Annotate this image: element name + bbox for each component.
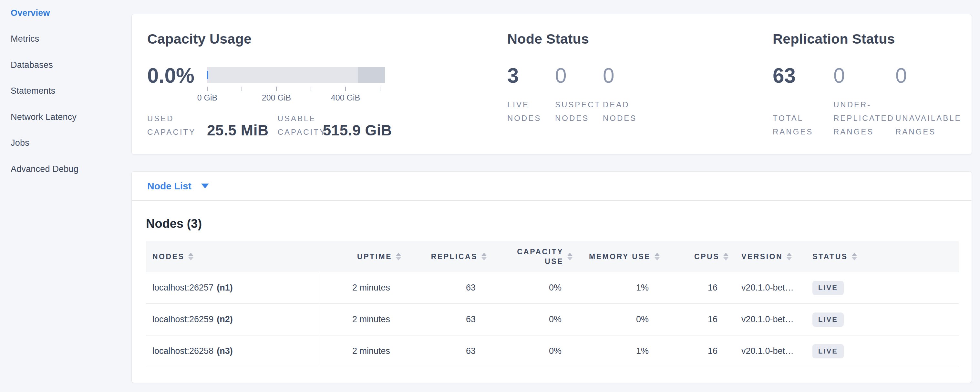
sidebar-nav: Overview Metrics Databases Statements Ne…	[0, 0, 131, 182]
capacity-bar-reserved-segment	[358, 67, 385, 83]
sidebar-item-network-latency[interactable]: Network Latency	[0, 104, 131, 130]
capacity-bar-track	[207, 67, 385, 83]
under-replicated-ranges-label: UNDER-REPLICATED RANGES	[834, 98, 896, 139]
sort-icon[interactable]	[787, 253, 792, 260]
cpus-cell: 16	[660, 335, 729, 367]
sort-icon[interactable]	[396, 253, 401, 260]
node-list-card: Node List Nodes (3) NODES UPTIME REPLICA…	[131, 171, 972, 383]
column-header-replicas-label: REPLICAS	[431, 252, 477, 261]
main-content: Capacity Usage 0.0%	[131, 0, 972, 392]
under-replicated-ranges-count: 0	[834, 64, 845, 87]
sort-icon[interactable]	[852, 253, 857, 260]
sidebar-item-databases[interactable]: Databases	[0, 52, 131, 78]
node-list-dropdown[interactable]: Node List	[147, 181, 209, 192]
column-header-nodes[interactable]: NODES	[146, 252, 319, 261]
node-status-numbers: 3 0 0	[507, 65, 733, 87]
status-cell: LIVE	[811, 335, 959, 367]
live-nodes-label: LIVE NODES	[507, 98, 555, 125]
memory-use-cell: 1%	[573, 335, 660, 367]
table-row-n3[interactable]: localhost:26258 (n3) 2 minutes 63 0% 1% …	[146, 335, 959, 367]
replicas-cell: 63	[401, 272, 487, 303]
sidebar-item-overview[interactable]: Overview	[0, 0, 131, 26]
live-nodes-count: 3	[507, 64, 519, 87]
column-header-cpus-label: CPUS	[694, 252, 719, 261]
node-status-labels: LIVE NODES SUSPECT NODES DEAD NODES	[507, 98, 733, 125]
column-header-uptime[interactable]: UPTIME	[319, 252, 401, 261]
dead-nodes-label: DEAD NODES	[603, 98, 651, 125]
node-address-cell: localhost:26259 (n2)	[146, 304, 319, 335]
node-address-cell: localhost:26258 (n3)	[146, 335, 319, 367]
used-capacity-label: USED CAPACITY	[147, 112, 207, 139]
memory-use-cell: 1%	[573, 272, 660, 303]
column-header-version-label: VERSION	[741, 252, 783, 261]
node-status-title: Node Status	[507, 31, 733, 47]
nodes-table: NODES UPTIME REPLICAS CAPACITY USE MEMOR…	[146, 241, 959, 367]
status-badge: LIVE	[812, 344, 844, 359]
used-capacity-value: 25.5 MiB	[207, 121, 269, 139]
status-cell: LIVE	[811, 304, 959, 335]
table-row-n1[interactable]: localhost:26257 (n1) 2 minutes 63 0% 1% …	[146, 272, 959, 304]
capacity-bar-used-marker	[207, 71, 208, 79]
cluster-summary-card: Capacity Usage 0.0%	[131, 14, 972, 155]
column-header-status[interactable]: STATUS	[811, 252, 959, 261]
node-address: localhost:26257	[153, 283, 213, 293]
capacity-usage-panel: Capacity Usage 0.0%	[147, 31, 506, 139]
column-header-replicas[interactable]: REPLICAS	[401, 252, 487, 261]
capacity-bar-chart: 0 GiB 200 GiB 400 GiB	[207, 67, 401, 103]
replicas-cell: 63	[401, 335, 487, 367]
column-header-version[interactable]: VERSION	[729, 252, 811, 261]
node-address: localhost:26259	[153, 314, 213, 325]
sort-icon[interactable]	[567, 253, 573, 260]
capacity-stats-row: USED CAPACITY 25.5 MiB USABLE CAPACITY 5…	[147, 112, 506, 139]
sidebar-item-jobs[interactable]: Jobs	[0, 130, 131, 156]
node-id: (n1)	[217, 283, 233, 293]
column-header-cpus[interactable]: CPUS	[660, 252, 729, 261]
axis-label-0gib: 0 GiB	[197, 93, 218, 102]
capacity-chart-row: 0.0% 0 GiB	[147, 65, 506, 103]
column-header-status-label: STATUS	[812, 252, 848, 261]
cpus-cell: 16	[660, 272, 729, 303]
version-cell: v20.1.0-bet…	[729, 335, 811, 367]
replication-numbers: 63 0 0	[773, 65, 970, 87]
capacity-use-cell: 0%	[487, 335, 573, 367]
status-cell: LIVE	[811, 272, 959, 303]
suspect-nodes-label: SUSPECT NODES	[555, 98, 603, 125]
capacity-axis-ticks	[207, 87, 385, 91]
column-header-memory-use[interactable]: MEMORY USE	[573, 252, 660, 261]
cpus-cell: 16	[660, 304, 729, 335]
total-ranges-count: 63	[773, 64, 795, 87]
capacity-percent-value: 0.0%	[147, 64, 194, 87]
sidebar-item-advanced-debug[interactable]: Advanced Debug	[0, 156, 131, 182]
capacity-use-cell: 0%	[487, 304, 573, 335]
sort-icon[interactable]	[723, 253, 729, 260]
caret-down-icon	[201, 183, 209, 188]
total-ranges-label: TOTAL RANGES	[773, 112, 834, 139]
column-header-memory-use-label: MEMORY USE	[589, 252, 651, 261]
status-badge: LIVE	[812, 312, 844, 327]
sidebar-item-statements[interactable]: Statements	[0, 78, 131, 104]
replication-status-panel: Replication Status 63 0 0 TOTAL RANGES U…	[773, 31, 970, 139]
uptime-cell: 2 minutes	[319, 272, 401, 303]
column-header-capacity-use[interactable]: CAPACITY USE	[487, 247, 573, 266]
axis-label-200gib: 200 GiB	[262, 93, 291, 102]
sort-icon[interactable]	[188, 253, 193, 260]
usable-capacity-value: 515.9 GiB	[323, 121, 392, 139]
sidebar-item-metrics[interactable]: Metrics	[0, 26, 131, 53]
status-badge: LIVE	[812, 281, 844, 295]
replicas-cell: 63	[401, 304, 487, 335]
version-cell: v20.1.0-bet…	[729, 272, 811, 303]
nodes-heading: Nodes (3)	[146, 217, 972, 231]
usable-capacity-label: USABLE CAPACITY	[278, 112, 323, 139]
column-header-nodes-label: NODES	[153, 252, 185, 261]
dead-nodes-count: 0	[603, 64, 614, 87]
view-selector-row: Node List	[132, 172, 972, 201]
version-cell: v20.1.0-bet…	[729, 304, 811, 335]
node-id: (n3)	[217, 346, 233, 356]
node-list-dropdown-label: Node List	[147, 181, 191, 192]
sort-icon[interactable]	[654, 253, 660, 260]
suspect-nodes-count: 0	[555, 64, 567, 87]
axis-label-400gib: 400 GiB	[331, 93, 360, 102]
sort-icon[interactable]	[482, 253, 487, 260]
table-row-n2[interactable]: localhost:26259 (n2) 2 minutes 63 0% 0% …	[146, 304, 959, 335]
capacity-use-cell: 0%	[487, 272, 573, 303]
